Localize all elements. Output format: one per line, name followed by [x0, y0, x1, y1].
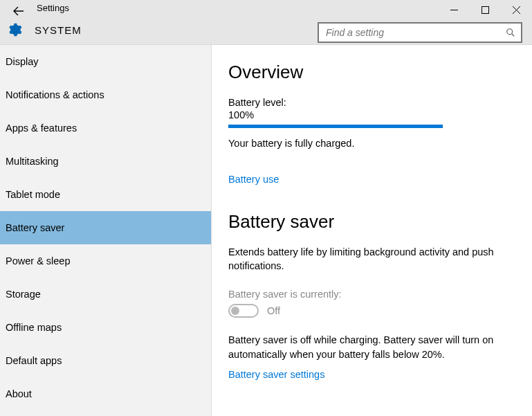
sidebar-item-label: About: [6, 388, 32, 399]
sidebar-item-label: Multitasking: [6, 156, 59, 167]
sidebar-item-label: Display: [6, 56, 39, 67]
gear-icon: [7, 22, 22, 37]
toggle-knob: [231, 307, 239, 315]
sidebar-item-multitasking[interactable]: Multitasking: [0, 145, 211, 178]
battery-level-label: Battery level:: [228, 97, 517, 108]
maximize-button[interactable]: [470, 0, 501, 19]
close-button[interactable]: [501, 0, 532, 19]
window-controls: [439, 0, 532, 19]
sidebar-item-label: Apps & features: [6, 123, 77, 134]
back-button[interactable]: [8, 3, 29, 19]
minimize-icon: [450, 6, 458, 14]
close-icon: [513, 6, 520, 14]
battery-use-link[interactable]: Battery use: [228, 174, 279, 185]
battery-status-text: Your battery is fully charged.: [228, 138, 517, 149]
sidebar-item-default-apps[interactable]: Default apps: [0, 344, 211, 377]
sidebar-item-label: Storage: [6, 289, 41, 300]
svg-point-1: [507, 29, 513, 35]
sidebar-item-offline-maps[interactable]: Offline maps: [0, 311, 211, 344]
sidebar-item-about[interactable]: About: [0, 377, 211, 410]
maximize-icon: [481, 6, 489, 14]
battery-saver-toggle-label: Off: [267, 305, 280, 316]
battery-progress-fill: [228, 125, 443, 128]
back-arrow-icon: [12, 5, 25, 17]
sidebar-item-label: Offline maps: [6, 322, 62, 333]
sidebar-item-label: Power & sleep: [6, 255, 71, 266]
battery-saver-description: Extends battery life by limiting backgro…: [228, 245, 517, 273]
sidebar-item-label: Tablet mode: [6, 189, 60, 200]
sidebar: DisplayNotifications & actionsApps & fea…: [0, 45, 212, 416]
search-input[interactable]: [324, 26, 506, 39]
battery-saver-toggle[interactable]: [228, 304, 259, 318]
search-icon: [506, 28, 515, 37]
svg-rect-0: [482, 6, 489, 13]
sidebar-item-label: Default apps: [6, 355, 62, 366]
battery-saver-off-text: Battery saver is off while charging. Bat…: [228, 333, 517, 362]
minimize-button[interactable]: [439, 0, 470, 19]
titlebar: Settings SYSTEM: [0, 0, 532, 45]
sidebar-item-label: Notifications & actions: [6, 89, 104, 100]
battery-saver-heading: Battery saver: [228, 211, 517, 233]
overview-heading: Overview: [228, 62, 517, 83]
sidebar-item-apps-features[interactable]: Apps & features: [0, 111, 211, 145]
sidebar-item-notifications-actions[interactable]: Notifications & actions: [0, 78, 211, 111]
search-box[interactable]: [318, 22, 522, 43]
sidebar-item-tablet-mode[interactable]: Tablet mode: [0, 178, 211, 211]
content-pane: Overview Battery level: 100% Your batter…: [212, 45, 532, 416]
battery-progress-bar: [228, 125, 443, 128]
app-title: Settings: [37, 3, 69, 13]
sidebar-item-storage[interactable]: Storage: [0, 278, 211, 311]
battery-saver-settings-link[interactable]: Battery saver settings: [228, 369, 324, 380]
battery-saver-current-label: Battery saver is currently:: [228, 289, 517, 300]
sidebar-item-label: Battery saver: [6, 222, 64, 233]
sidebar-item-battery-saver[interactable]: Battery saver: [0, 211, 211, 244]
sidebar-item-display[interactable]: Display: [0, 45, 211, 78]
settings-category-label: SYSTEM: [35, 24, 82, 36]
battery-level-value: 100%: [228, 109, 517, 120]
sidebar-item-power-sleep[interactable]: Power & sleep: [0, 244, 211, 278]
